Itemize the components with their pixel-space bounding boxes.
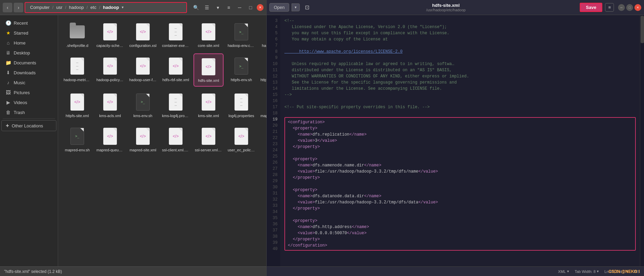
minimize-button[interactable]: ─ (235, 3, 244, 12)
file-name: .shellprofile.d (66, 43, 89, 48)
code-line-18 (284, 110, 636, 116)
sidebar-label-trash: Trash (14, 110, 25, 115)
open-button[interactable]: Open (269, 3, 289, 12)
file-item-container-executor[interactable]: ─── container-executor.cfg (161, 19, 191, 51)
editor-body: 3 4 5 6 7 8 9 10 11 12 13 14 15 16 17 18… (267, 15, 644, 266)
file-item-log4j[interactable]: ─── log4j.properties (226, 89, 256, 121)
file-item-core-site[interactable]: </> core-site.xml (193, 19, 224, 51)
path-hadoop1[interactable]: hadoop (67, 4, 86, 11)
sidebar-label-downloads: Downloads (14, 70, 36, 75)
code-line-32: <value>file:/usr/hadoop/hadoop-3.3.2/tmp… (288, 199, 632, 205)
code-line-28: </property> (288, 175, 632, 181)
documents-icon: 📁 (5, 60, 11, 65)
list-view-button[interactable]: ☰ (202, 3, 212, 12)
path-hadoop2[interactable]: hadoop (101, 4, 121, 11)
sidebar-add-location-button[interactable]: + Other Locations (1, 120, 56, 131)
editor-minimize-button[interactable]: ─ (618, 4, 625, 11)
file-item-hadoop-env-sh[interactable]: >_ hadoop-env.sh (259, 19, 266, 51)
file-item-user-ec-policies[interactable]: </> user_ec_policies.xml.temp… (226, 124, 256, 155)
path-usr[interactable]: usr (54, 4, 64, 11)
sidebar-item-pictures[interactable]: 🖼 Pictures (1, 88, 56, 97)
sidebar-item-music[interactable]: ♪ Music (1, 78, 56, 87)
sidebar-item-videos[interactable]: ▶ Videos (1, 98, 56, 107)
editor-menu-button[interactable]: ≡ (605, 3, 614, 12)
file-item-capacity-scheduler[interactable]: </> capacity-scheduler.xml (95, 19, 125, 51)
file-item-mapred-env-sh[interactable]: >_ mapred-env.sh (62, 124, 92, 155)
file-item-hadoop-user-functions[interactable]: </> hadoop-user-functions… (128, 53, 158, 86)
file-item-kms-site[interactable]: </> kms-site.xml (193, 89, 224, 121)
file-item-hadoop-env-cmd[interactable]: >_ hadoop-env.cmd (226, 19, 256, 51)
sidebar-item-desktop[interactable]: 🖥 Desktop (1, 48, 56, 58)
code-line-20: <property> (288, 125, 632, 131)
scrollbar[interactable] (640, 15, 644, 266)
code-line-4: Licensed under the Apache License, Versi… (284, 24, 636, 30)
path-dropdown[interactable]: ▾ (122, 5, 124, 10)
file-item-httpfs-log4j[interactable]: ─── httpfs-log4j.properties (259, 53, 266, 86)
file-item-mapred-site[interactable]: </> mapred-site.xml (128, 124, 158, 155)
editor-code-area[interactable]: <!-- Licensed under the Apache License, … (280, 15, 640, 266)
forward-button[interactable]: › (14, 3, 23, 12)
sidebar-item-home[interactable]: ⌂ Home (1, 38, 56, 48)
shell-icon: >_ (234, 58, 248, 75)
path-etc[interactable]: etc (89, 4, 98, 11)
editor-win-buttons: ─ □ ✕ (618, 4, 641, 11)
back-button[interactable]: ‹ (3, 3, 12, 12)
file-item-ssl-server[interactable]: </> ssl-server.xml.example (193, 124, 224, 155)
file-item-shellprofile[interactable]: .shellprofile.d (62, 19, 92, 51)
file-item-configuration[interactable]: </> configuration.xsl (128, 19, 158, 51)
sidebar-label-desktop: Desktop (14, 50, 30, 55)
scrollbar-thumb[interactable] (641, 16, 644, 43)
open-dropdown-button[interactable]: ▾ (292, 3, 300, 11)
maximize-button[interactable]: □ (246, 3, 255, 12)
path-computer[interactable]: Computer (28, 4, 52, 11)
editor-maximize-button[interactable]: □ (626, 4, 633, 11)
text-icon: ─── (234, 93, 248, 111)
options-button[interactable]: ≡ (224, 3, 233, 12)
file-item-workers[interactable]: ─── workers (259, 124, 266, 155)
shell-icon: >_ (70, 128, 84, 145)
editor-close-button[interactable]: ✕ (634, 4, 641, 11)
code-line-34 (288, 212, 632, 218)
file-name: ssl-client.xml.example (162, 148, 189, 152)
file-item-mapred-queues[interactable]: </> mapred-queues.xml.temp… (95, 124, 125, 155)
sidebar-item-downloads[interactable]: ⬇ Downloads (1, 68, 56, 77)
status-tabwidth[interactable]: Tab Width: 8 ▾ (575, 269, 599, 274)
file-item-kms-log4j[interactable]: ─── kms-log4j.properties (161, 89, 191, 121)
xml-icon: </> (202, 128, 215, 145)
close-button[interactable]: ✕ (257, 4, 264, 11)
save-button[interactable]: Save (580, 3, 602, 12)
plus-icon: + (6, 123, 9, 129)
file-name: httpfs-site.xml (66, 113, 89, 118)
file-name: mapred-site.xml (130, 148, 156, 152)
code-line-13: See the License for the specific languag… (284, 79, 636, 86)
file-name: ssl-server.xml.example (195, 148, 222, 152)
fm-body: 🕐 Recent ★ Starred ⌂ Home 🖥 Desktop 📁 (0, 15, 266, 266)
editor-toolbar-btn[interactable]: ⊡ (303, 3, 312, 12)
sidebar-item-documents[interactable]: 📁 Documents (1, 58, 56, 67)
tabwidth-dropdown-icon: ▾ (597, 269, 599, 274)
file-item-httpfs-env[interactable]: >_ httpfs-env.sh (226, 53, 256, 86)
file-item-hdfs-rbf-site[interactable]: </> hdfs-rbf-site.xml (161, 53, 191, 86)
file-item-hadoop-policy[interactable]: </> hadoop-policy.xml (95, 53, 125, 86)
xml-icon: </> (202, 23, 215, 40)
file-item-kms-env[interactable]: >_ kms-env.sh (128, 89, 158, 121)
file-name: capacity-scheduler.xml (96, 43, 124, 48)
file-item-mapred-env-cmd[interactable]: >_ mapred-env.cmd (259, 89, 266, 121)
search-button[interactable]: 🔍 (191, 3, 201, 12)
starred-icon: ★ (5, 30, 11, 36)
sort-button[interactable]: ▾ (213, 3, 223, 12)
file-item-hdfs-site[interactable]: </> hdfs-site.xml (193, 53, 224, 86)
file-name: kms-env.sh (133, 113, 152, 118)
status-lang[interactable]: XML ▾ (558, 269, 569, 274)
file-item-kms-acls[interactable]: </> kms-acls.xml (95, 89, 125, 121)
code-line-6: You may obtain a copy of the License at (284, 36, 636, 42)
sidebar-item-trash[interactable]: 🗑 Trash (1, 108, 56, 117)
file-item-hadoop-metrics2[interactable]: ─── hadoop-metrics2.properties (62, 53, 92, 86)
sidebar-item-starred[interactable]: ★ Starred (1, 28, 56, 38)
sidebar-item-recent[interactable]: 🕐 Recent (1, 18, 56, 28)
code-line-24 (288, 150, 632, 156)
sidebar-label-other: Other Locations (12, 123, 43, 128)
file-item-httpfs-site[interactable]: </> httpfs-site.xml (62, 89, 92, 121)
file-item-ssl-client[interactable]: </> ssl-client.xml.example (161, 124, 191, 155)
file-name: kms-site.xml (198, 113, 219, 118)
